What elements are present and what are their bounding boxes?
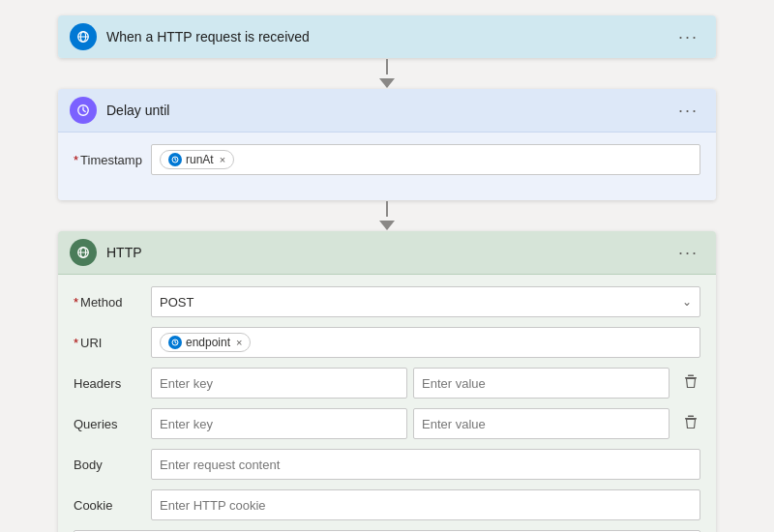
cookie-input[interactable] <box>151 489 700 520</box>
endpoint-token-icon <box>168 336 182 349</box>
cookie-field[interactable] <box>160 498 692 513</box>
runAt-token-icon <box>168 153 182 166</box>
connector-2 <box>379 200 395 231</box>
http-trigger-icon <box>70 23 97 50</box>
timestamp-label: *Timestamp <box>74 153 151 167</box>
timestamp-row: *Timestamp runAt × <box>74 144 700 175</box>
method-select[interactable]: POST ⌄ <box>151 286 700 317</box>
svg-line-14 <box>175 342 177 343</box>
queries-inputs <box>151 408 700 439</box>
delay-header[interactable]: Delay until ··· <box>58 89 716 132</box>
svg-rect-16 <box>688 375 694 377</box>
connector-1 <box>379 58 395 89</box>
flow-container: When a HTTP request is received ··· Dela… <box>58 15 716 532</box>
headers-key-input[interactable] <box>151 368 407 399</box>
body-label: Body <box>74 458 151 472</box>
queries-key-input[interactable] <box>151 408 407 439</box>
svg-line-5 <box>83 110 86 112</box>
connector-arrow-2 <box>379 221 395 230</box>
http-title: HTTP <box>106 245 672 260</box>
cookie-label: Cookie <box>74 498 151 513</box>
timestamp-input[interactable]: runAt × <box>151 144 700 175</box>
headers-value-input[interactable] <box>413 368 670 399</box>
http-trigger-header[interactable]: When a HTTP request is received ··· <box>58 15 716 58</box>
http-body: *Method POST ⌄ *URI endpoint <box>58 274 716 532</box>
http-trigger-title: When a HTTP request is received <box>106 29 672 44</box>
delay-more[interactable]: ··· <box>672 99 704 123</box>
method-value: POST <box>160 295 194 310</box>
delay-body: *Timestamp runAt × <box>58 132 716 200</box>
svg-rect-18 <box>688 416 694 418</box>
delay-card: Delay until ··· *Timestamp runAt × <box>58 89 716 200</box>
method-label: *Method <box>74 295 151 310</box>
uri-label: *URI <box>74 336 151 350</box>
uri-input[interactable]: endpoint × <box>151 327 700 358</box>
delay-title: Delay until <box>106 103 672 118</box>
queries-label: Queries <box>74 417 151 431</box>
runAt-token-text: runAt <box>186 153 214 166</box>
headers-delete-icon[interactable] <box>681 371 700 395</box>
http-more[interactable]: ··· <box>672 241 704 265</box>
endpoint-token-text: endpoint <box>186 336 230 349</box>
method-chevron-icon: ⌄ <box>682 295 692 309</box>
body-input[interactable] <box>151 449 700 480</box>
endpoint-token-close[interactable]: × <box>236 337 242 348</box>
runAt-token[interactable]: runAt × <box>160 150 234 169</box>
queries-value-input[interactable] <box>413 408 670 439</box>
uri-row: *URI endpoint × <box>74 327 700 358</box>
headers-label: Headers <box>74 376 151 391</box>
http-icon <box>70 239 97 266</box>
http-trigger-more[interactable]: ··· <box>672 25 704 49</box>
http-header[interactable]: HTTP ··· <box>58 231 716 274</box>
delay-icon <box>70 97 97 124</box>
svg-line-8 <box>175 160 177 161</box>
connector-line-2 <box>386 201 388 217</box>
endpoint-token[interactable]: endpoint × <box>160 333 251 352</box>
queries-row: Queries <box>74 408 700 439</box>
body-field[interactable] <box>160 458 692 472</box>
cookie-row: Cookie <box>74 489 700 520</box>
method-row: *Method POST ⌄ <box>74 286 700 317</box>
connector-line-1 <box>386 59 388 74</box>
runAt-token-close[interactable]: × <box>220 154 225 165</box>
body-row: Body <box>74 449 700 480</box>
http-card: HTTP ··· *Method POST ⌄ *URI <box>58 231 716 532</box>
connector-arrow-1 <box>379 78 395 88</box>
headers-inputs <box>151 368 700 399</box>
http-trigger-card: When a HTTP request is received ··· <box>58 15 716 58</box>
headers-row: Headers <box>74 368 700 399</box>
queries-delete-icon[interactable] <box>681 412 700 435</box>
